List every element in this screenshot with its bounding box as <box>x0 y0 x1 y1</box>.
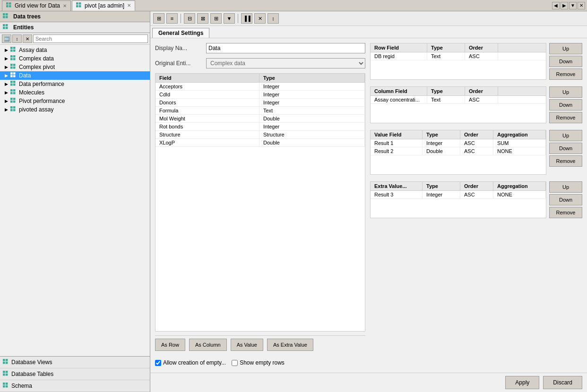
expand-icon-pivot-perf[interactable]: ▶ <box>3 98 9 104</box>
nav-down-btn[interactable]: ▼ <box>569 2 577 9</box>
svg-rect-4 <box>76 2 78 5</box>
toolbar-btn-3[interactable]: ⊟ <box>184 13 195 24</box>
sidebar-bottom-db-views[interactable]: Database Views <box>0 357 150 368</box>
toolbar-sep-1 <box>181 14 181 23</box>
tab-general-settings[interactable]: General Settings <box>152 28 209 38</box>
allow-empty-text: Allow creation of empty... <box>163 359 226 366</box>
original-entity-select[interactable]: Complex data <box>206 58 365 68</box>
field-row-donors[interactable]: Donors Integer <box>155 99 365 107</box>
svg-rect-28 <box>10 72 13 75</box>
toolbar-btn-2[interactable]: ≡ <box>166 13 178 24</box>
sidebar-bottom-db-tables[interactable]: Database Tables <box>0 368 150 380</box>
clear-btn[interactable]: ✕ <box>23 34 32 43</box>
expand-icon-molecules[interactable]: ▶ <box>3 89 9 96</box>
expand-icon-assay[interactable]: ▶ <box>3 47 9 53</box>
field-row-molweight[interactable]: Mol Weight Double <box>155 115 365 123</box>
field-row-acceptors[interactable]: Acceptors Integer <box>155 83 365 91</box>
extra-up-button[interactable]: Up <box>549 181 582 193</box>
field-row-formula[interactable]: Formula Text <box>155 107 365 115</box>
as-row-button[interactable]: As Row <box>155 339 185 351</box>
sidebar-bottom-schema[interactable]: Schema <box>0 380 150 392</box>
svg-rect-48 <box>3 359 5 361</box>
tab-grid-view[interactable]: Grid view for Data ✕ <box>2 0 71 11</box>
expand-icon-complex-pivot[interactable]: ▶ <box>3 64 9 70</box>
sort-za-btn[interactable]: ↕ <box>12 34 22 43</box>
value-up-button[interactable]: Up <box>549 130 582 141</box>
nav-right-btn[interactable]: ▶ <box>561 2 568 9</box>
toolbar-btn-sort[interactable]: ↕ <box>268 13 279 24</box>
extra-down-button[interactable]: Down <box>549 194 582 205</box>
nav-close-all-btn[interactable]: ✕ <box>578 2 585 9</box>
show-empty-rows-checkbox[interactable] <box>232 360 238 366</box>
tree-item-data-perf[interactable]: ▶ Data performance <box>0 80 150 88</box>
toolbar-btn-6[interactable]: ▼ <box>224 13 235 24</box>
value-down-button[interactable]: Down <box>549 143 582 154</box>
toolbar-btn-4[interactable]: ⊠ <box>197 13 208 24</box>
expand-icon-complex[interactable]: ▶ <box>3 55 9 62</box>
value-panel-row-2[interactable]: Result 2 Double ASC NONE <box>371 147 546 155</box>
field-row-rotbonds[interactable]: Rot bonds Integer <box>155 123 365 131</box>
tree-item-molecules[interactable]: ▶ Molecules <box>0 88 150 97</box>
as-extra-value-button[interactable]: As Extra Value <box>267 339 313 351</box>
field-row-cdid[interactable]: CdId Integer <box>155 91 365 99</box>
tab-grid-view-close[interactable]: ✕ <box>63 3 67 9</box>
expand-icon-data[interactable]: ▶ <box>3 72 9 79</box>
show-empty-rows-text: Show empty rows <box>240 359 285 366</box>
allow-empty-checkbox[interactable] <box>155 360 161 366</box>
row-remove-button[interactable]: Remove <box>549 68 582 80</box>
apply-button[interactable]: Apply <box>505 376 539 389</box>
pivot-perf-icon <box>10 98 17 104</box>
row-field-cell: DB regid <box>371 52 427 60</box>
row-up-button[interactable]: Up <box>549 43 582 54</box>
show-empty-rows-label[interactable]: Show empty rows <box>232 359 285 366</box>
row-down-button[interactable]: Down <box>549 56 582 67</box>
db-views-label: Database Views <box>11 359 52 366</box>
schema-icon <box>3 383 9 389</box>
row-panel-header: Row Field Type Order <box>371 43 546 52</box>
allow-empty-label[interactable]: Allow creation of empty... <box>155 359 226 366</box>
tree-item-assay-data[interactable]: ▶ Assay data <box>0 46 150 54</box>
type-cell: Double <box>259 139 365 146</box>
tree-item-data[interactable]: ▶ Data <box>0 71 150 80</box>
tree-item-pivot-perf[interactable]: ▶ Pivot performance <box>0 97 150 105</box>
expand-icon-data-perf[interactable]: ▶ <box>3 81 9 87</box>
entities-icon <box>3 24 9 31</box>
field-row-structure[interactable]: Structure Structure <box>155 131 365 139</box>
search-input[interactable] <box>33 34 148 43</box>
value-remove-button[interactable]: Remove <box>549 155 582 167</box>
discard-button[interactable]: Discard <box>543 376 582 389</box>
tree-item-pivoted-assay[interactable]: ▶ pivoted assay <box>0 105 150 114</box>
nav-left-btn[interactable]: ◀ <box>552 2 560 9</box>
value-panel: Value Field Type Order Aggregation Resul… <box>370 130 546 177</box>
tab-pivot[interactable]: pivot [as admin] ✕ <box>72 0 135 11</box>
tree-item-complex-data[interactable]: ▶ Complex data <box>0 54 150 63</box>
svg-rect-39 <box>13 92 16 94</box>
as-value-button[interactable]: As Value <box>231 339 263 351</box>
tab-pivot-close[interactable]: ✕ <box>127 3 131 8</box>
column-remove-button[interactable]: Remove <box>549 112 582 123</box>
toolbar-btn-1[interactable]: ⊞ <box>153 13 164 24</box>
field-col-header: Field <box>155 74 259 82</box>
field-row-xlogp[interactable]: XLogP Double <box>155 139 365 147</box>
svg-rect-1 <box>9 2 11 5</box>
toolbar-btn-chart[interactable]: ▐▐ <box>241 13 252 24</box>
row-panel-row-1[interactable]: DB regid Text ASC <box>371 52 546 60</box>
value-field-title: Value Field <box>371 130 423 139</box>
column-panel-row-1[interactable]: Assay concentrati... Text ASC <box>371 96 546 104</box>
expand-icon-pivoted-assay[interactable]: ▶ <box>3 106 9 113</box>
svg-rect-46 <box>10 109 13 111</box>
toolbar-btn-5[interactable]: ⊞ <box>210 13 222 24</box>
form-left: Display Na... Original Enti... Complex d… <box>155 43 365 368</box>
column-up-button[interactable]: Up <box>549 86 582 98</box>
tree-item-complex-pivot[interactable]: ▶ Complex pivot <box>0 63 150 71</box>
value-panel-row-1[interactable]: Result 1 Integer ASC SUM <box>371 139 546 147</box>
toolbar-btn-delete[interactable]: ✕ <box>254 13 266 24</box>
as-column-button[interactable]: As Column <box>189 339 227 351</box>
column-down-button[interactable]: Down <box>549 99 582 111</box>
svg-rect-7 <box>79 5 81 7</box>
extra-remove-button[interactable]: Remove <box>549 207 582 218</box>
display-name-input[interactable] <box>206 43 365 53</box>
extra-value-panel-row-1[interactable]: Result 3 Integer ASC NONE <box>371 191 546 199</box>
svg-rect-13 <box>6 24 8 26</box>
sort-az-btn[interactable]: 🔤 <box>2 34 11 43</box>
